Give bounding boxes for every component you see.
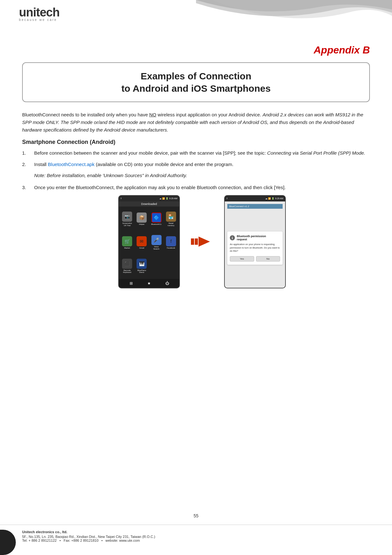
dialog-screen: BlueConnect v1.2 ℹ Bluetooth permissionr… xyxy=(225,201,285,288)
appendix-title: Appendix B xyxy=(22,44,370,56)
app-bluetoothcc: 🔷 BluetoothCc xyxy=(150,208,163,231)
step-2: 2. Install BluetoothConnect.apk (availab… xyxy=(22,161,370,168)
header: unitech because we care xyxy=(0,0,392,38)
company-fax: Fax: +886 2 89121810 xyxy=(64,539,98,542)
svg-marker-2 xyxy=(199,237,210,247)
dialog-title-bar: BlueConnect v1.2 xyxy=(227,204,283,209)
box-title-container: Examples of Connection to Android and iO… xyxy=(22,62,370,102)
main-content: Appendix B Examples of Connection to And… xyxy=(0,38,392,314)
phone2-status-f: f xyxy=(227,197,227,200)
app-bluepiano: 🎹 BluePianoDemo xyxy=(135,255,149,277)
dialog-box: ℹ Bluetooth permissionrequest An applica… xyxy=(227,231,283,265)
nav-power-icon: ⏻ xyxy=(164,281,170,286)
phone-screen-1: f ☁ 📶 🔋 9:29 AM Downloaded 📷 ScreenshotU… xyxy=(118,195,180,288)
step-list: 1. Before connection between the scanner… xyxy=(22,149,370,168)
phone2-time: 9:29 AM xyxy=(275,197,283,200)
app-screenshot: 📷 ScreenshotUX Trial xyxy=(120,208,134,231)
app-barcode: ⬛ BarcodeKeyboard xyxy=(120,255,134,277)
logo-tagline: because we care xyxy=(19,18,59,22)
phone1-time: 9:29 AM xyxy=(169,197,177,200)
phone1-status-f: f xyxy=(121,197,121,200)
bluetooth-apk-link[interactable]: BluetoothConnect.apk xyxy=(48,162,95,167)
app-gmail: ✉ Gmail xyxy=(135,231,149,254)
dialog-no-button[interactable]: No xyxy=(256,256,280,262)
status-bar-2: f ☁ 📶 🔋 9:29 AM xyxy=(225,196,285,201)
company-contact: Tel: + 886 2 89121122 • Fax: +886 2 8912… xyxy=(22,539,370,542)
step-3: 3. Once you enter the BluetoothConnect, … xyxy=(22,184,370,191)
app-facebook: f Facebook xyxy=(164,231,178,254)
dialog-title: Bluetooth permissionrequest xyxy=(237,235,266,241)
status-bar-1: f ☁ 📶 🔋 9:29 AM xyxy=(119,196,179,201)
step-2-num: 2. xyxy=(22,161,34,168)
facebook-label: Facebook xyxy=(167,247,175,249)
app-voice-search: 🎤 VoiceSearch xyxy=(150,231,163,254)
phone-screen-2: f ☁ 📶 🔋 9:29 AM BlueConnect v1.2 ℹ Bluet… xyxy=(224,195,286,288)
app-grid: 📷 ScreenshotUX Trial 📦 Inkpac 🔷 Bluetoot… xyxy=(119,207,179,279)
intro-text-1: BluetoothConnect needs to be installed o… xyxy=(22,112,149,117)
screenshots-container: f ☁ 📶 🔋 9:29 AM Downloaded 📷 ScreenshotU… xyxy=(34,195,370,288)
company-name: Unitech electronics co., ltd. xyxy=(22,530,370,534)
dialog-body: An application on your phone is requesti… xyxy=(230,243,280,253)
step-3-num: 3. xyxy=(22,184,34,191)
section-heading: Smartphone Connection (Android) xyxy=(22,139,370,145)
step-1: 1. Before connection between the scanner… xyxy=(22,149,370,157)
header-decoration xyxy=(196,0,392,38)
step-1-content: Before connection between the scanner an… xyxy=(34,149,370,157)
intro-paragraph: BluetoothConnect needs to be installed o… xyxy=(22,111,370,134)
company-website: website: www.ute.com xyxy=(106,539,140,542)
right-arrow xyxy=(191,236,213,247)
app-inkpac: 📦 Inkpac xyxy=(135,208,149,231)
app-retail: 🏪 Retailrventory xyxy=(164,208,178,231)
footer-company-info: Unitech electronics co., ltd. 5F., No.13… xyxy=(0,525,392,542)
step-3-content: Once you enter the BluetoothConnect, the… xyxy=(34,184,370,191)
company-tel: Tel: + 886 2 89121122 xyxy=(22,539,57,542)
svg-rect-1 xyxy=(195,238,198,245)
step-1-num: 1. xyxy=(22,149,34,157)
svg-rect-0 xyxy=(191,238,194,245)
app-market: 🛒 Market xyxy=(120,231,134,254)
box-title-text: Examples of Connection to Android and iO… xyxy=(32,70,360,95)
intro-text-2: wireless input application on your Andro… xyxy=(156,112,262,117)
dialog-header: ℹ Bluetooth permissionrequest xyxy=(230,235,280,241)
nav-grid-icon: ⊞ xyxy=(128,281,134,286)
arrow-container xyxy=(189,236,215,247)
footer: 55 Unitech electronics co., ltd. 5F., No… xyxy=(0,513,392,542)
step-3-list: 3. Once you enter the BluetoothConnect, … xyxy=(22,184,370,191)
phone-bottom-bar-1: ⊞ ★ ⏻ xyxy=(119,279,179,288)
nav-star-icon: ★ xyxy=(146,281,152,286)
dialog-yes-button[interactable]: Yes xyxy=(230,256,254,262)
logo-name: unitech xyxy=(19,6,59,19)
logo: unitech because we care xyxy=(19,6,59,22)
intro-no-underline: NO xyxy=(149,112,156,117)
dialog-buttons: Yes No xyxy=(230,256,280,262)
note-text: Note: Before installation, enable 'Unkno… xyxy=(34,172,370,179)
app-screen-1: Downloaded 📷 ScreenshotUX Trial 📦 Inkpac… xyxy=(119,201,179,279)
step-2-content: Install BluetoothConnect.apk (available … xyxy=(34,161,370,168)
company-address: 5F., No.135, Ln. 235, Baoqiao Rd., Xindi… xyxy=(22,535,370,539)
page-number: 55 xyxy=(0,513,392,518)
app-screen-title: Downloaded xyxy=(119,201,179,207)
dialog-info-icon: ℹ xyxy=(230,235,235,240)
